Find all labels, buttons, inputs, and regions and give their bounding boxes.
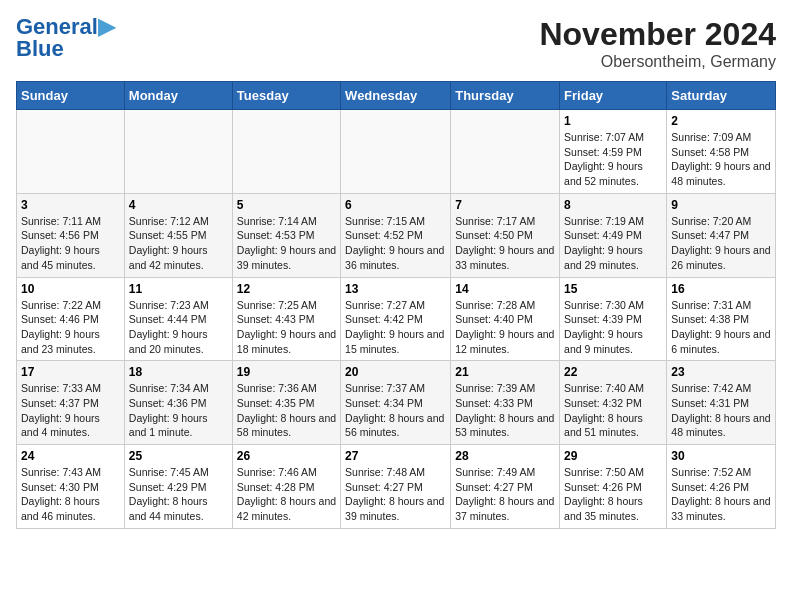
- calendar-cell: 22Sunrise: 7:40 AM Sunset: 4:32 PM Dayli…: [560, 361, 667, 445]
- day-number: 12: [237, 282, 336, 296]
- day-of-week-header: Wednesday: [341, 82, 451, 110]
- day-number: 9: [671, 198, 771, 212]
- day-number: 3: [21, 198, 120, 212]
- calendar-cell: 24Sunrise: 7:43 AM Sunset: 4:30 PM Dayli…: [17, 445, 125, 529]
- calendar-table: SundayMondayTuesdayWednesdayThursdayFrid…: [16, 81, 776, 529]
- calendar-cell: 30Sunrise: 7:52 AM Sunset: 4:26 PM Dayli…: [667, 445, 776, 529]
- day-info: Sunrise: 7:39 AM Sunset: 4:33 PM Dayligh…: [455, 381, 555, 440]
- day-info: Sunrise: 7:52 AM Sunset: 4:26 PM Dayligh…: [671, 465, 771, 524]
- title-block: November 2024 Obersontheim, Germany: [539, 16, 776, 71]
- calendar-cell: 27Sunrise: 7:48 AM Sunset: 4:27 PM Dayli…: [341, 445, 451, 529]
- day-number: 19: [237, 365, 336, 379]
- calendar-cell: [124, 110, 232, 194]
- calendar-cell: 23Sunrise: 7:42 AM Sunset: 4:31 PM Dayli…: [667, 361, 776, 445]
- logo-text: General▶Blue: [16, 16, 115, 60]
- day-info: Sunrise: 7:22 AM Sunset: 4:46 PM Dayligh…: [21, 298, 120, 357]
- day-info: Sunrise: 7:20 AM Sunset: 4:47 PM Dayligh…: [671, 214, 771, 273]
- calendar-cell: 9Sunrise: 7:20 AM Sunset: 4:47 PM Daylig…: [667, 193, 776, 277]
- day-info: Sunrise: 7:07 AM Sunset: 4:59 PM Dayligh…: [564, 130, 662, 189]
- calendar-cell: 12Sunrise: 7:25 AM Sunset: 4:43 PM Dayli…: [232, 277, 340, 361]
- day-info: Sunrise: 7:34 AM Sunset: 4:36 PM Dayligh…: [129, 381, 228, 440]
- day-of-week-header: Tuesday: [232, 82, 340, 110]
- calendar-cell: 10Sunrise: 7:22 AM Sunset: 4:46 PM Dayli…: [17, 277, 125, 361]
- day-number: 23: [671, 365, 771, 379]
- calendar-cell: 3Sunrise: 7:11 AM Sunset: 4:56 PM Daylig…: [17, 193, 125, 277]
- day-number: 11: [129, 282, 228, 296]
- page-header: General▶Blue November 2024 Obersontheim,…: [16, 16, 776, 71]
- day-number: 18: [129, 365, 228, 379]
- day-info: Sunrise: 7:50 AM Sunset: 4:26 PM Dayligh…: [564, 465, 662, 524]
- day-info: Sunrise: 7:28 AM Sunset: 4:40 PM Dayligh…: [455, 298, 555, 357]
- day-info: Sunrise: 7:17 AM Sunset: 4:50 PM Dayligh…: [455, 214, 555, 273]
- day-info: Sunrise: 7:09 AM Sunset: 4:58 PM Dayligh…: [671, 130, 771, 189]
- day-number: 28: [455, 449, 555, 463]
- calendar-body: 1Sunrise: 7:07 AM Sunset: 4:59 PM Daylig…: [17, 110, 776, 529]
- day-number: 21: [455, 365, 555, 379]
- day-number: 25: [129, 449, 228, 463]
- calendar-week-row: 3Sunrise: 7:11 AM Sunset: 4:56 PM Daylig…: [17, 193, 776, 277]
- day-of-week-header: Friday: [560, 82, 667, 110]
- calendar-cell: 29Sunrise: 7:50 AM Sunset: 4:26 PM Dayli…: [560, 445, 667, 529]
- day-info: Sunrise: 7:36 AM Sunset: 4:35 PM Dayligh…: [237, 381, 336, 440]
- day-number: 2: [671, 114, 771, 128]
- day-info: Sunrise: 7:46 AM Sunset: 4:28 PM Dayligh…: [237, 465, 336, 524]
- calendar-header-row: SundayMondayTuesdayWednesdayThursdayFrid…: [17, 82, 776, 110]
- day-of-week-header: Thursday: [451, 82, 560, 110]
- calendar-cell: 25Sunrise: 7:45 AM Sunset: 4:29 PM Dayli…: [124, 445, 232, 529]
- calendar-week-row: 17Sunrise: 7:33 AM Sunset: 4:37 PM Dayli…: [17, 361, 776, 445]
- day-info: Sunrise: 7:42 AM Sunset: 4:31 PM Dayligh…: [671, 381, 771, 440]
- day-number: 27: [345, 449, 446, 463]
- day-number: 17: [21, 365, 120, 379]
- calendar-cell: [451, 110, 560, 194]
- calendar-cell: 7Sunrise: 7:17 AM Sunset: 4:50 PM Daylig…: [451, 193, 560, 277]
- day-number: 6: [345, 198, 446, 212]
- day-of-week-header: Sunday: [17, 82, 125, 110]
- calendar-cell: 20Sunrise: 7:37 AM Sunset: 4:34 PM Dayli…: [341, 361, 451, 445]
- calendar-week-row: 10Sunrise: 7:22 AM Sunset: 4:46 PM Dayli…: [17, 277, 776, 361]
- calendar-cell: 8Sunrise: 7:19 AM Sunset: 4:49 PM Daylig…: [560, 193, 667, 277]
- calendar-cell: 5Sunrise: 7:14 AM Sunset: 4:53 PM Daylig…: [232, 193, 340, 277]
- day-info: Sunrise: 7:15 AM Sunset: 4:52 PM Dayligh…: [345, 214, 446, 273]
- calendar-cell: 13Sunrise: 7:27 AM Sunset: 4:42 PM Dayli…: [341, 277, 451, 361]
- day-number: 14: [455, 282, 555, 296]
- day-of-week-header: Monday: [124, 82, 232, 110]
- day-info: Sunrise: 7:12 AM Sunset: 4:55 PM Dayligh…: [129, 214, 228, 273]
- day-info: Sunrise: 7:11 AM Sunset: 4:56 PM Dayligh…: [21, 214, 120, 273]
- day-info: Sunrise: 7:27 AM Sunset: 4:42 PM Dayligh…: [345, 298, 446, 357]
- calendar-cell: 11Sunrise: 7:23 AM Sunset: 4:44 PM Dayli…: [124, 277, 232, 361]
- day-number: 1: [564, 114, 662, 128]
- calendar-cell: 2Sunrise: 7:09 AM Sunset: 4:58 PM Daylig…: [667, 110, 776, 194]
- day-number: 5: [237, 198, 336, 212]
- day-info: Sunrise: 7:23 AM Sunset: 4:44 PM Dayligh…: [129, 298, 228, 357]
- calendar-week-row: 24Sunrise: 7:43 AM Sunset: 4:30 PM Dayli…: [17, 445, 776, 529]
- calendar-cell: 6Sunrise: 7:15 AM Sunset: 4:52 PM Daylig…: [341, 193, 451, 277]
- month-title: November 2024: [539, 16, 776, 53]
- calendar-cell: 28Sunrise: 7:49 AM Sunset: 4:27 PM Dayli…: [451, 445, 560, 529]
- calendar-cell: 17Sunrise: 7:33 AM Sunset: 4:37 PM Dayli…: [17, 361, 125, 445]
- day-number: 10: [21, 282, 120, 296]
- day-info: Sunrise: 7:25 AM Sunset: 4:43 PM Dayligh…: [237, 298, 336, 357]
- day-of-week-header: Saturday: [667, 82, 776, 110]
- day-info: Sunrise: 7:48 AM Sunset: 4:27 PM Dayligh…: [345, 465, 446, 524]
- day-number: 8: [564, 198, 662, 212]
- day-number: 24: [21, 449, 120, 463]
- day-number: 13: [345, 282, 446, 296]
- day-info: Sunrise: 7:37 AM Sunset: 4:34 PM Dayligh…: [345, 381, 446, 440]
- day-info: Sunrise: 7:14 AM Sunset: 4:53 PM Dayligh…: [237, 214, 336, 273]
- day-number: 15: [564, 282, 662, 296]
- logo: General▶Blue: [16, 16, 115, 60]
- day-number: 29: [564, 449, 662, 463]
- calendar-cell: 14Sunrise: 7:28 AM Sunset: 4:40 PM Dayli…: [451, 277, 560, 361]
- day-number: 7: [455, 198, 555, 212]
- calendar-cell: 19Sunrise: 7:36 AM Sunset: 4:35 PM Dayli…: [232, 361, 340, 445]
- calendar-cell: 21Sunrise: 7:39 AM Sunset: 4:33 PM Dayli…: [451, 361, 560, 445]
- day-number: 30: [671, 449, 771, 463]
- day-number: 4: [129, 198, 228, 212]
- day-number: 22: [564, 365, 662, 379]
- calendar-cell: 18Sunrise: 7:34 AM Sunset: 4:36 PM Dayli…: [124, 361, 232, 445]
- day-number: 26: [237, 449, 336, 463]
- calendar-week-row: 1Sunrise: 7:07 AM Sunset: 4:59 PM Daylig…: [17, 110, 776, 194]
- location: Obersontheim, Germany: [539, 53, 776, 71]
- calendar-cell: [232, 110, 340, 194]
- calendar-cell: [17, 110, 125, 194]
